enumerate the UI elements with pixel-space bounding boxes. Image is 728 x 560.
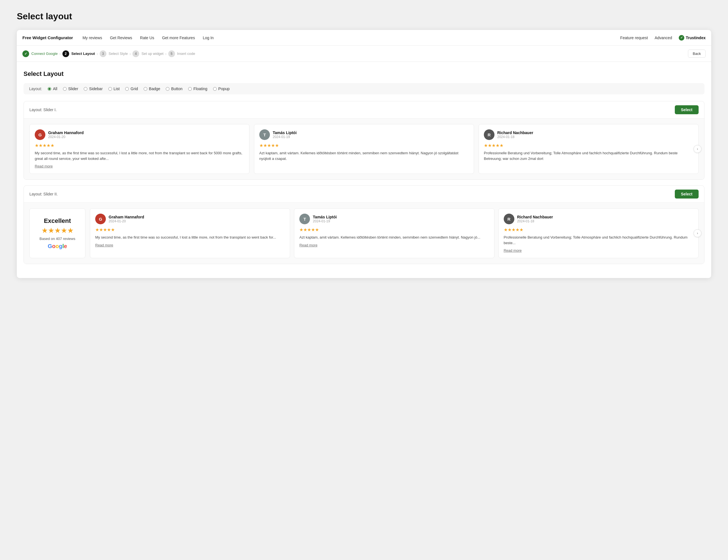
avatar-3: R (484, 129, 494, 140)
filter-list[interactable]: List (108, 87, 120, 91)
s2-stars-3: ★★★★★ (504, 227, 693, 232)
excellent-box: Excellent ★★★★★ Based on 407 reviews Goo… (29, 208, 85, 258)
slider1-label: Layout: Slider I. (29, 108, 57, 112)
trustindex-label: Trustindex (686, 36, 706, 40)
nav-rate-us[interactable]: Rate Us (137, 34, 157, 42)
stars-3: ★★★★★ (484, 143, 693, 148)
avatar-1: G (35, 129, 45, 140)
slider1-review-2: T Tamás Liptói 2024-01-19 ★★★★★ Azt kapt… (254, 124, 474, 174)
s2-read-more-2[interactable]: Read more (299, 243, 317, 247)
filter-popup[interactable]: Popup (213, 87, 230, 91)
filter-slider[interactable]: Slider (63, 87, 78, 91)
filter-label: Layout: (29, 87, 42, 91)
reviewer-date-3: 2024-01-18 (497, 135, 533, 139)
s2-avatar-3: R (504, 214, 514, 224)
slider1-review-1: G Graham Hannaford 2024-01-20 ★★★★★ My s… (29, 124, 249, 174)
slider2-review-3: R Richard Nachbauer 2024-01-18 ★★★★★ Pro… (498, 208, 699, 258)
s2-text-3: Professionelle Beratung und Vorbereitung… (504, 235, 693, 246)
stars-1: ★★★★★ (35, 143, 244, 148)
google-logo: Google (48, 243, 67, 249)
filter-sidebar[interactable]: Sidebar (84, 87, 102, 91)
slider2-review-2: T Tamás Liptói 2024-01-19 ★★★★★ Azt kapt… (294, 208, 494, 258)
step-2-label: Select Layout (71, 52, 95, 56)
breadcrumb-step-1: ✓ Connect Google (22, 50, 58, 57)
slider2-select-button[interactable]: Select (675, 190, 699, 199)
step-2-circle: 2 (62, 50, 69, 57)
slider1-body: G Graham Hannaford 2024-01-20 ★★★★★ My s… (24, 118, 704, 179)
layout-card-slider1: Layout: Slider I. Select G Graham Hannaf… (24, 101, 704, 180)
breadcrumb-step-4: 4 Set up widget (132, 50, 164, 57)
section-title: Select Layout (24, 70, 704, 78)
reviewer-date-2: 2024-01-19 (273, 135, 297, 139)
slider1-next-arrow[interactable]: › (694, 145, 701, 153)
trustindex-check-icon: ✓ (679, 35, 684, 41)
nav-login[interactable]: Log In (200, 34, 216, 42)
step-3-label: Select Style (109, 52, 128, 56)
step-1-circle: ✓ (22, 50, 29, 57)
slider2-next-arrow[interactable]: › (694, 229, 701, 237)
step-3-circle: 3 (100, 50, 106, 57)
read-more-1[interactable]: Read more (35, 164, 53, 168)
page-title: Select layout (17, 11, 711, 22)
slider1-header: Layout: Slider I. Select (24, 101, 704, 118)
widget-container: Free Widget Configurator My reviews Get … (17, 30, 711, 278)
step-5-circle: 5 (168, 50, 175, 57)
back-button[interactable]: Back (688, 50, 706, 58)
slider2-label: Layout: Slider II. (29, 192, 58, 196)
slider1-select-button[interactable]: Select (675, 105, 699, 114)
reviewer-name-2: Tamás Liptói (273, 130, 297, 135)
nav-my-reviews[interactable]: My reviews (80, 34, 105, 42)
s2-text-1: My second time, as the first time was so… (95, 235, 285, 240)
slider1-preview: G Graham Hannaford 2024-01-20 ★★★★★ My s… (29, 124, 699, 174)
s2-avatar-1: G (95, 214, 106, 224)
breadcrumb: ✓ Connect Google › 2 Select Layout › 3 S… (17, 46, 711, 62)
filter-badge[interactable]: Badge (144, 87, 160, 91)
reviewer-name-1: Graham Hannaford (48, 130, 84, 135)
breadcrumb-step-2: 2 Select Layout (62, 50, 95, 57)
nav-get-reviews[interactable]: Get Reviews (107, 34, 135, 42)
breadcrumb-arrow-2: › (97, 52, 98, 56)
nav-brand: Free Widget Configurator (22, 35, 73, 40)
excellent-stars: ★★★★★ (41, 226, 74, 235)
s2-read-more-1[interactable]: Read more (95, 243, 113, 247)
stars-2: ★★★★★ (259, 143, 469, 148)
s2-name-1: Graham Hannaford (109, 215, 144, 219)
slider2-reviews: G Graham Hannaford 2024-01-20 ★★★★★ My s… (90, 208, 699, 258)
slider2-review-1: G Graham Hannaford 2024-01-20 ★★★★★ My s… (90, 208, 290, 258)
nav-advanced[interactable]: Advanced (655, 36, 672, 40)
review-text-1: My second time, as the first time was so… (35, 150, 244, 161)
slider2-header: Layout: Slider II. Select (24, 186, 704, 202)
reviewer-name-3: Richard Nachbauer (497, 130, 533, 135)
top-nav: Free Widget Configurator My reviews Get … (17, 30, 711, 46)
step-5-label: Insert code (177, 52, 195, 56)
slider2-body: Excellent ★★★★★ Based on 407 reviews Goo… (24, 202, 704, 264)
review-text-3: Professionelle Beratung und Vorbereitung… (484, 150, 693, 161)
breadcrumb-arrow-4: › (165, 52, 167, 56)
s2-name-2: Tamás Liptói (313, 215, 337, 219)
breadcrumb-step-5: 5 Insert code (168, 50, 195, 57)
s2-date-3: 2024-01-18 (517, 219, 553, 223)
excellent-text: Excellent (44, 217, 71, 225)
filter-all[interactable]: All (48, 87, 57, 91)
breadcrumb-arrow-3: › (129, 52, 131, 56)
filter-floating[interactable]: Floating (188, 87, 207, 91)
step-1-label: Connect Google (31, 52, 58, 56)
reviewer-date-1: 2024-01-20 (48, 135, 84, 139)
filter-button[interactable]: Button (166, 87, 182, 91)
layout-card-slider2: Layout: Slider II. Select Excellent ★★★★… (24, 185, 704, 264)
breadcrumb-step-3: 3 Select Style (100, 50, 128, 57)
breadcrumb-arrow-1: › (59, 52, 61, 56)
slider2-preview: Excellent ★★★★★ Based on 407 reviews Goo… (29, 208, 699, 258)
slider1-review-3: R Richard Nachbauer 2024-01-18 ★★★★★ Pro… (479, 124, 699, 174)
main-content: Select Layout Layout: All Slider Sidebar… (17, 62, 711, 278)
s2-name-3: Richard Nachbauer (517, 215, 553, 219)
filter-grid[interactable]: Grid (125, 87, 138, 91)
nav-trustindex: ✓ Trustindex (679, 35, 706, 41)
nav-get-more[interactable]: Get more Features (159, 34, 198, 42)
s2-stars-2: ★★★★★ (299, 227, 489, 232)
s2-avatar-2: T (299, 214, 310, 224)
s2-stars-1: ★★★★★ (95, 227, 285, 232)
s2-read-more-3[interactable]: Read more (504, 248, 522, 253)
nav-feature-request[interactable]: Feature request (620, 36, 648, 40)
review-text-2: Azt kaptam, amit vártam. Kellemes időtöl… (259, 150, 469, 161)
